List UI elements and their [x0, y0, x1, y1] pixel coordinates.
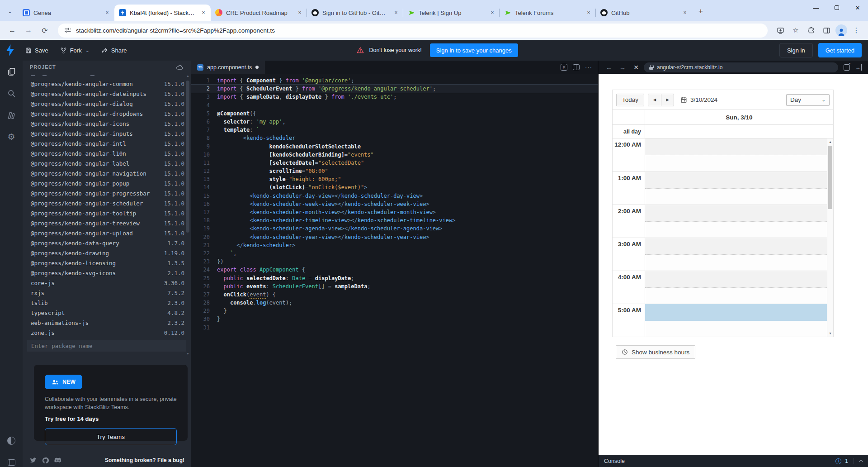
editor-more-icon[interactable]: ··· [585, 64, 592, 71]
tab-close-icon[interactable]: × [489, 9, 496, 16]
time-slot-cell[interactable] [645, 172, 827, 205]
tab-close-icon[interactable]: × [104, 9, 111, 16]
install-app-icon[interactable] [774, 24, 787, 37]
browser-tab[interactable]: Telerik Forums× [500, 5, 596, 21]
file-bug-link[interactable]: Something broken? File a bug! [105, 457, 184, 463]
package-item[interactable]: @progress/kendo-angular-tooltip15.1.0 [23, 208, 191, 218]
time-slot-bottom[interactable] [645, 155, 827, 172]
today-button[interactable]: Today [616, 94, 644, 106]
console-bar[interactable]: Console i 1 [599, 455, 868, 467]
time-slot-bottom[interactable] [645, 288, 827, 304]
show-business-hours-button[interactable]: Show business hours [616, 345, 695, 359]
tab-close-icon[interactable]: × [585, 9, 592, 16]
console-expand-icon[interactable] [859, 460, 863, 464]
time-slot-cell[interactable] [645, 271, 827, 304]
time-slot-top[interactable] [645, 271, 827, 288]
move-pane-icon[interactable]: → [855, 64, 862, 71]
tab-search-icon[interactable]: ⌄ [4, 5, 16, 17]
package-item[interactable]: @progress/kendo-angular-icons15.1.0 [23, 119, 191, 129]
time-slot-cell[interactable] [645, 238, 827, 271]
address-bar[interactable]: stackblitz.com/edit/angular-st2crm?file=… [58, 24, 768, 38]
package-item[interactable]: @progress/kendo-angular-navigation15.1.0 [23, 168, 191, 178]
time-slot-top[interactable] [645, 205, 827, 222]
package-item[interactable]: @progress/kendo-drawing1.19.0 [23, 248, 191, 258]
open-in-new-window-icon[interactable] [844, 64, 850, 71]
package-item[interactable]: @progress/kendo-angular-treeview15.1.0 [23, 218, 191, 228]
editor-tab-app-component[interactable]: TS app.component.ts [191, 61, 265, 74]
all-day-cell[interactable] [645, 125, 833, 138]
tab-close-icon[interactable]: × [392, 9, 400, 16]
package-item[interactable]: typescript4.8.2 [23, 308, 191, 318]
package-item[interactable]: @progress/kendo-angular-inputs15.1.0 [23, 129, 191, 138]
package-item[interactable]: @progress/kendo-licensing1.3.5 [23, 258, 191, 268]
package-item[interactable]: @progress/kendo-angular-intl15.1.0 [23, 138, 191, 148]
package-item[interactable]: @progress/kendo-angular-common15.1.0 [23, 79, 191, 89]
package-item[interactable]: core-js3.36.0 [23, 278, 191, 288]
time-slot-top[interactable] [645, 238, 827, 255]
bookmark-star-icon[interactable]: ☆ [789, 24, 802, 37]
package-item[interactable]: zone.js0.12.0 [23, 328, 191, 338]
sign-in-banner-button[interactable]: Sign in to save your changes [430, 43, 518, 57]
browser-tab[interactable]: Kbaf4t (forked) - StackBlitz× [114, 5, 211, 21]
package-item[interactable]: @progress/kendo-angular-l10n15.1.0 [23, 148, 191, 158]
github-icon[interactable] [42, 457, 49, 464]
package-item[interactable]: rxjs7.5.2 [23, 288, 191, 298]
package-item[interactable]: @progress/kendo-angular-dateinputs15.1.0 [23, 89, 191, 99]
time-slot-bottom[interactable] [645, 255, 827, 271]
side-panel-icon[interactable] [820, 24, 833, 37]
twitter-icon[interactable] [30, 457, 37, 463]
browser-menu-icon[interactable]: ⋮ [850, 24, 863, 37]
forward-button[interactable]: → [22, 24, 35, 37]
time-slot-cell[interactable] [645, 304, 827, 337]
package-item[interactable]: @progress/kendo-angular-upload15.1.0 [23, 228, 191, 238]
prettier-icon[interactable]: P [561, 64, 567, 71]
package-item[interactable]: @progress/kendo-angular-dropdowns15.1.0 [23, 109, 191, 119]
deploy-icon[interactable] [6, 110, 17, 120]
time-slot-top[interactable] [645, 138, 827, 155]
grid-scroll-thumb[interactable] [828, 146, 832, 209]
browser-tab[interactable]: Telerik | Sign Up× [403, 5, 500, 21]
package-item[interactable]: @progress/kendo-angular-scheduler15.1.0 [23, 198, 191, 208]
cloud-download-icon[interactable] [176, 64, 184, 71]
package-name-input[interactable] [27, 340, 186, 352]
package-item[interactable]: @progress/kendo-angular-dialog15.1.0 [23, 99, 191, 109]
settings-gear-icon[interactable]: ⚙ [6, 131, 17, 142]
sidebar-scroll-up-icon[interactable]: ▲ [186, 74, 189, 77]
refresh-button[interactable]: ⟳ [38, 24, 52, 37]
preview-url-bar[interactable]: angular-st2crm.stackblitz.io [644, 62, 838, 72]
files-icon[interactable] [6, 66, 17, 77]
close-window-button[interactable]: ✕ [847, 0, 868, 15]
scheduler-date-picker[interactable]: 3/10/2024 [680, 96, 717, 103]
theme-toggle-icon[interactable] [6, 435, 17, 446]
sign-in-button[interactable]: Sign in [779, 43, 813, 57]
stackblitz-logo-icon[interactable] [6, 44, 14, 56]
package-item[interactable]: @progress/kendo-angular-progressbar15.1.… [23, 188, 191, 198]
code-area[interactable]: 1import { Component } from '@angular/cor… [191, 74, 598, 332]
save-button[interactable]: Save [25, 47, 48, 54]
preview-close-icon[interactable]: ✕ [630, 64, 642, 71]
time-slot-top[interactable] [645, 172, 827, 189]
browser-tab[interactable]: Sign in to GitHub - GitHub× [307, 5, 403, 21]
search-icon[interactable] [6, 88, 17, 99]
share-button[interactable]: Share [101, 47, 127, 54]
package-item[interactable]: @progress/kendo-data-query1.7.0 [23, 238, 191, 248]
grid-scroll-up-icon[interactable]: ▲ [827, 140, 833, 143]
minimize-button[interactable]: — [806, 0, 826, 15]
browser-tab[interactable]: GitHub× [596, 5, 692, 21]
grid-scroll-down-icon[interactable]: ▼ [827, 332, 833, 335]
time-slot-bottom[interactable] [645, 189, 827, 205]
next-day-button[interactable]: ▶ [661, 94, 674, 106]
browser-tab[interactable]: Genea× [18, 5, 114, 21]
try-teams-button[interactable]: Try Teams [45, 428, 177, 445]
tab-close-icon[interactable]: × [296, 9, 303, 16]
time-slot-cell[interactable] [645, 138, 827, 172]
package-item[interactable]: @progress/kendo-svg-icons2.1.0 [23, 268, 191, 278]
profile-avatar[interactable] [835, 24, 847, 36]
time-slot-bottom[interactable] [645, 321, 827, 337]
package-item[interactable]: @progress/kendo-angular-label15.1.0 [23, 158, 191, 168]
split-editor-icon[interactable] [573, 64, 580, 70]
browser-tab[interactable]: CRE Product Roadmap× [211, 5, 307, 21]
restore-button[interactable] [826, 0, 847, 15]
view-select[interactable]: Day ⌄ [786, 94, 830, 106]
tab-close-icon[interactable]: × [681, 9, 689, 16]
